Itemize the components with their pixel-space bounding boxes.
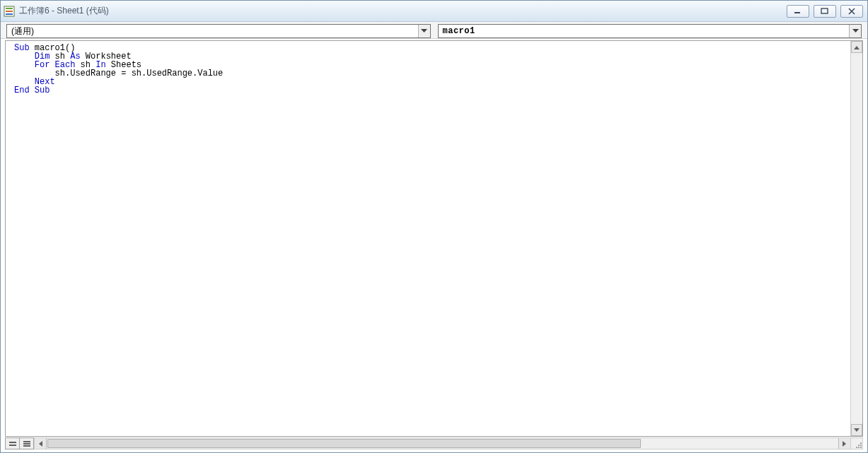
full-module-view-button[interactable]	[20, 438, 34, 449]
dropdown-toolbar: (通用) macro1	[1, 22, 867, 39]
svg-rect-8	[23, 441, 30, 442]
chevron-down-icon	[418, 25, 430, 37]
horizontal-scroll-track[interactable]	[47, 438, 838, 449]
svg-rect-2	[6, 11, 13, 12]
horizontal-scroll-thumb[interactable]	[47, 439, 641, 448]
svg-point-13	[860, 445, 862, 446]
view-mode-buttons	[5, 437, 34, 449]
window-title: 工作簿6 - Sheet1 (代码)	[19, 5, 787, 17]
window-controls	[787, 5, 863, 18]
vba-code-window: 工作簿6 - Sheet1 (代码) (通用) macro1	[0, 0, 868, 453]
resize-grip[interactable]	[851, 437, 863, 449]
scroll-left-button[interactable]	[35, 438, 47, 449]
scroll-right-button[interactable]	[838, 438, 850, 449]
code-editor[interactable]: Sub macro1() Dim sh As Worksheet For Eac…	[5, 40, 863, 437]
code-text[interactable]: Sub macro1() Dim sh As Worksheet For Eac…	[14, 44, 850, 436]
vertical-scrollbar[interactable]	[850, 41, 862, 436]
procedure-view-button[interactable]	[6, 438, 20, 449]
svg-point-11	[860, 447, 862, 448]
svg-rect-7	[9, 445, 16, 446]
svg-point-12	[858, 447, 860, 448]
procedure-dropdown[interactable]: macro1	[438, 24, 862, 38]
vertical-scroll-track[interactable]	[851, 53, 862, 424]
svg-rect-3	[6, 13, 13, 15]
minimize-button[interactable]	[787, 5, 809, 18]
code-viewport[interactable]: Sub macro1() Dim sh As Worksheet For Eac…	[6, 42, 850, 436]
scroll-down-button[interactable]	[851, 424, 862, 436]
svg-point-15	[858, 445, 860, 446]
app-icon	[4, 6, 15, 17]
object-dropdown-value: (通用)	[7, 25, 418, 37]
svg-rect-4	[794, 12, 800, 13]
svg-rect-9	[23, 443, 30, 445]
maximize-button[interactable]	[814, 5, 836, 18]
svg-rect-10	[23, 445, 30, 447]
svg-point-14	[856, 447, 857, 448]
bottom-bar	[5, 437, 863, 449]
svg-rect-1	[6, 8, 13, 9]
horizontal-scrollbar[interactable]	[34, 437, 851, 449]
titlebar[interactable]: 工作簿6 - Sheet1 (代码)	[1, 1, 867, 22]
procedure-dropdown-value: macro1	[439, 26, 850, 36]
close-button[interactable]	[840, 5, 863, 18]
chevron-down-icon	[849, 25, 861, 37]
object-dropdown[interactable]: (通用)	[6, 24, 431, 38]
svg-rect-6	[9, 442, 16, 443]
scroll-up-button[interactable]	[851, 41, 862, 53]
svg-point-16	[860, 442, 862, 444]
svg-rect-5	[821, 8, 828, 13]
